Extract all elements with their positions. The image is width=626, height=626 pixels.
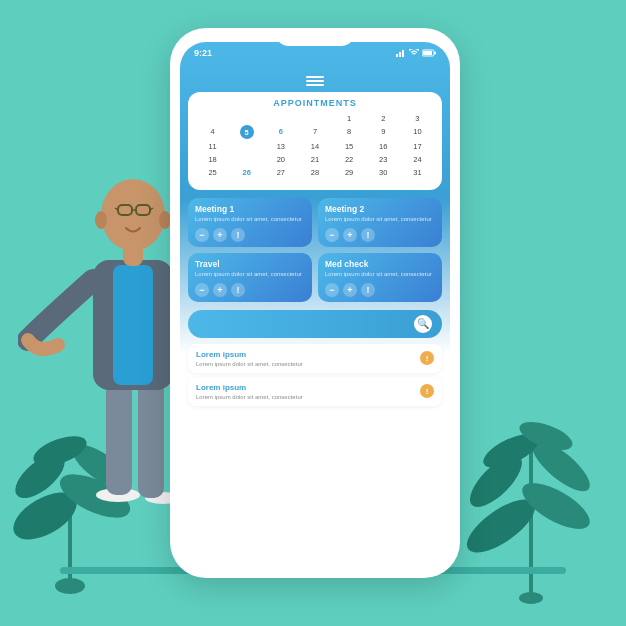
card-travel-alert[interactable]: ! (231, 283, 245, 297)
list-item-1[interactable]: Lorem ipsum Lorem ipsum dolor sit amet, … (188, 344, 442, 373)
signal-icon (396, 49, 406, 57)
card-travel-plus[interactable]: + (213, 283, 227, 297)
cal-cell (230, 140, 263, 152)
cal-cell: 10 (401, 125, 434, 139)
list-item-2-badge: ! (420, 384, 434, 398)
cal-cell: 21 (298, 153, 331, 165)
list-item-2[interactable]: Lorem ipsum Lorem ipsum dolor sit amet, … (188, 377, 442, 406)
card-travel: Travel Lorem ipsum dolor sit amet, conse… (188, 253, 312, 302)
cal-cell: 22 (333, 153, 366, 165)
cal-cell: 3 (401, 112, 434, 124)
cal-cell: 17 (401, 140, 434, 152)
cal-cell: 1 (333, 112, 366, 124)
card-meeting1-alert[interactable]: ! (231, 228, 245, 242)
calendar-grid: 1 2 3 4 5 6 7 8 9 10 11 13 14 15 (196, 112, 434, 182)
cal-cell: 7 (298, 125, 331, 139)
status-icons (396, 49, 436, 57)
svg-rect-30 (396, 54, 398, 57)
hamburger-menu[interactable] (180, 60, 450, 88)
card-meeting1-title: Meeting 1 (195, 204, 305, 214)
card-meeting1-minus[interactable]: − (195, 228, 209, 242)
cal-cell: 28 (298, 166, 331, 178)
card-medcheck-title: Med check (325, 259, 435, 269)
phone-outer: 9:21 APPOINTMENTS (170, 28, 460, 578)
phone-notch (275, 28, 355, 46)
svg-point-22 (101, 179, 165, 251)
cal-cell: 16 (367, 140, 400, 152)
card-meeting2-title: Meeting 2 (325, 204, 435, 214)
card-meeting2: Meeting 2 Lorem ipsum dolor sit amet, co… (318, 198, 442, 247)
cal-cell: 27 (264, 166, 297, 178)
appointment-cards: Meeting 1 Lorem ipsum dolor sit amet, co… (188, 198, 442, 302)
list-item-2-desc: Lorem ipsum dolor sit amet, consectetur (196, 394, 303, 400)
list-item-1-title: Lorem ipsum (196, 350, 303, 359)
card-meeting2-alert[interactable]: ! (361, 228, 375, 242)
cal-cell: 2 (367, 112, 400, 124)
card-medcheck: Med check Lorem ipsum dolor sit amet, co… (318, 253, 442, 302)
search-bar[interactable]: 🔍 (188, 310, 442, 338)
cal-cell: 25 (196, 166, 229, 178)
cal-cell: 5 (240, 125, 254, 139)
svg-rect-31 (399, 52, 401, 57)
cal-cell (196, 112, 229, 124)
calendar-title: APPOINTMENTS (196, 98, 434, 108)
cal-cell: 15 (333, 140, 366, 152)
cal-cell: 13 (264, 140, 297, 152)
search-icon: 🔍 (414, 315, 432, 333)
battery-icon (422, 49, 436, 57)
phone-wrapper: 9:21 APPOINTMENTS (170, 28, 450, 573)
card-medcheck-alert[interactable]: ! (361, 283, 375, 297)
cal-cell (264, 112, 297, 124)
card-meeting1: Meeting 1 Lorem ipsum dolor sit amet, co… (188, 198, 312, 247)
list-item-1-desc: Lorem ipsum dolor sit amet, consectetur (196, 361, 303, 367)
card-meeting2-minus[interactable]: − (325, 228, 339, 242)
svg-rect-32 (402, 50, 404, 57)
cal-cell: 9 (367, 125, 400, 139)
list-items: Lorem ipsum Lorem ipsum dolor sit amet, … (188, 344, 442, 406)
svg-point-28 (95, 211, 107, 229)
card-medcheck-desc: Lorem ipsum dolor sit amet, consectetur (325, 271, 435, 279)
card-travel-desc: Lorem ipsum dolor sit amet, consectetur (195, 271, 305, 279)
card-meeting1-desc: Lorem ipsum dolor sit amet, consectetur (195, 216, 305, 224)
cal-cell (196, 179, 229, 182)
cal-cell: 18 (196, 153, 229, 165)
status-time: 9:21 (194, 48, 212, 58)
list-item-2-title: Lorem ipsum (196, 383, 303, 392)
card-medcheck-plus[interactable]: + (343, 283, 357, 297)
svg-rect-18 (138, 380, 164, 498)
card-meeting1-plus[interactable]: + (213, 228, 227, 242)
cal-cell (230, 112, 263, 124)
svg-rect-20 (113, 265, 153, 385)
calendar-section: APPOINTMENTS 1 2 3 4 5 6 7 8 9 (188, 92, 442, 190)
cal-cell: 24 (401, 153, 434, 165)
svg-rect-34 (423, 51, 432, 55)
wifi-icon (409, 49, 419, 57)
cal-cell: 23 (367, 153, 400, 165)
list-item-1-badge: ! (420, 351, 434, 365)
cal-cell: 11 (196, 140, 229, 152)
cal-cell: 8 (333, 125, 366, 139)
svg-rect-17 (106, 380, 132, 495)
card-travel-minus[interactable]: − (195, 283, 209, 297)
svg-rect-35 (434, 52, 436, 55)
card-medcheck-minus[interactable]: − (325, 283, 339, 297)
cal-cell: 31 (401, 166, 434, 178)
cal-cell: 20 (264, 153, 297, 165)
cal-cell: 29 (333, 166, 366, 178)
cal-cell: 6 (264, 125, 297, 139)
cal-cell (298, 112, 331, 124)
card-meeting2-plus[interactable]: + (343, 228, 357, 242)
cal-cell (230, 153, 263, 165)
card-travel-title: Travel (195, 259, 305, 269)
card-meeting2-desc: Lorem ipsum dolor sit amet, consectetur (325, 216, 435, 224)
cal-cell: 30 (367, 166, 400, 178)
phone-screen: 9:21 APPOINTMENTS (180, 42, 450, 562)
cal-cell: 26 (230, 166, 263, 178)
cal-cell: 14 (298, 140, 331, 152)
cal-cell: 4 (196, 125, 229, 139)
